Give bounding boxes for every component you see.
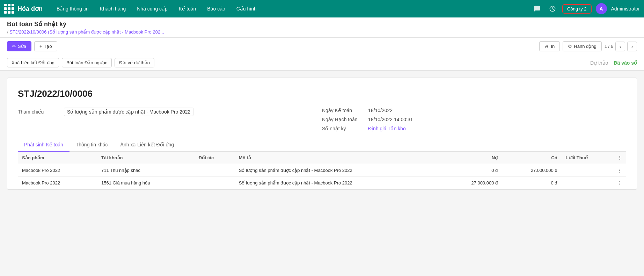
next-page-button[interactable]: › bbox=[627, 42, 637, 51]
ngay-hach-toan-label: Ngày Hạch toán bbox=[322, 117, 364, 122]
gear-icon: ⚙ bbox=[568, 44, 572, 49]
field-group-left: Tham chiếu Số lượng sản phẩm được cập nh… bbox=[18, 108, 322, 131]
col-mo-ta: Mô tả bbox=[235, 152, 442, 164]
status-draft: Dự thảo bbox=[590, 60, 608, 66]
cell-co: 27.000.000 đ bbox=[502, 164, 561, 177]
print-button[interactable]: 🖨 In bbox=[539, 41, 560, 51]
breadcrumb-sub[interactable]: STJ/2022/10/0006 (Số lượng sản phẩm được… bbox=[7, 29, 637, 37]
tabs-bar: Phát sinh Kế toán Thông tin khác Ánh xạ … bbox=[18, 138, 626, 152]
cell-luoi-thue bbox=[562, 164, 613, 177]
top-menu: Bảng thông tin Khách hàng Nhà cung cấp K… bbox=[51, 0, 532, 17]
cell-mo-ta: Số lượng sản phẩm được cập nhật - Macboo… bbox=[235, 177, 442, 189]
tab-phat-sinh[interactable]: Phát sinh Kế toán bbox=[18, 138, 69, 152]
col-doi-tac: Đối tác bbox=[195, 152, 235, 164]
cell-doi-tac bbox=[195, 177, 235, 189]
breadcrumb-bar: Bút toán Sổ nhật ký STJ/2022/10/0006 (Số… bbox=[0, 17, 644, 38]
ngay-hach-toan-value: 18/10/2022 14:00:31 bbox=[368, 117, 413, 122]
top-navigation: Hóa đơn Bảng thông tin Khách hàng Nhà cu… bbox=[0, 0, 644, 17]
cell-luoi-thue bbox=[562, 177, 613, 189]
tham-chieu-value[interactable]: Số lượng sản phẩm được cập nhật - Macboo… bbox=[64, 108, 193, 116]
topnav-right-area: Công ty 2 A Administrator bbox=[532, 3, 640, 14]
field-ngay-ke-toan: Ngày Kế toán 18/10/2022 bbox=[322, 108, 626, 113]
so-nhat-ky-label: Sổ nhật ký bbox=[322, 126, 364, 131]
reset-draft-button[interactable]: Đặt về dự thảo bbox=[115, 58, 154, 67]
ngay-ke-toan-value: 18/10/2022 bbox=[368, 108, 393, 113]
cell-san-pham: Macbook Pro 2022 bbox=[18, 177, 97, 189]
menu-ke-toan[interactable]: Kế toán bbox=[173, 0, 202, 17]
cell-no: 0 đ bbox=[442, 164, 502, 177]
col-no: Nợ bbox=[442, 152, 502, 164]
tab-thong-tin-khac[interactable]: Thông tin khác bbox=[69, 138, 114, 152]
record-card: STJ/2022/10/0006 Tham chiếu Số lượng sản… bbox=[7, 78, 637, 190]
plus-icon: + bbox=[39, 44, 42, 49]
col-more: ⋮ bbox=[613, 152, 626, 164]
status-area: Dự thảo Đã vào sổ bbox=[590, 60, 637, 66]
pencil-icon: ✏ bbox=[12, 44, 16, 49]
so-nhat-ky-value[interactable]: Định giá Tồn kho bbox=[368, 126, 406, 131]
pagination: 1 / 6 ‹ › bbox=[605, 42, 637, 51]
field-group-right: Ngày Kế toán 18/10/2022 Ngày Hạch toán 1… bbox=[322, 108, 626, 131]
app-title: Hóa đơn bbox=[17, 5, 43, 13]
toolbar: ✏ Sửa + Tạo 🖨 In ⚙ Hành động 1 / 6 ‹ › bbox=[0, 38, 644, 55]
menu-bao-cao[interactable]: Báo cáo bbox=[202, 0, 230, 17]
col-co: Có bbox=[502, 152, 561, 164]
menu-bang-thong-tin[interactable]: Bảng thông tin bbox=[51, 0, 94, 17]
table-row[interactable]: Macbook Pro 2022 711 Thu nhập khác Số lư… bbox=[18, 164, 626, 177]
field-so-nhat-ky: Sổ nhật ký Định giá Tồn kho bbox=[322, 126, 626, 131]
cell-doi-tac bbox=[195, 164, 235, 177]
status-posted: Đã vào sổ bbox=[614, 60, 637, 66]
cell-mo-ta: Số lượng sản phẩm được cập nhật - Macboo… bbox=[235, 164, 442, 177]
record-id: STJ/2022/10/0006 bbox=[18, 88, 626, 99]
action-button[interactable]: ⚙ Hành động bbox=[563, 41, 601, 51]
page-title: Bút toán Sổ nhật ký bbox=[7, 20, 637, 29]
chat-icon[interactable] bbox=[532, 3, 543, 14]
col-san-pham: Sản phẩm bbox=[18, 152, 97, 164]
remove-link-button[interactable]: Xoá Liên kết Đối ứng bbox=[7, 58, 59, 67]
create-button[interactable]: + Tạo bbox=[34, 41, 57, 51]
cell-tai-khoan: 711 Thu nhập khác bbox=[97, 164, 195, 177]
journal-entries-table: Sản phẩm Tài khoản Đối tác Mô tả Nợ Có L… bbox=[18, 152, 626, 189]
col-tai-khoan: Tài khoản bbox=[97, 152, 195, 164]
menu-nha-cung-cap[interactable]: Nhà cung cấp bbox=[131, 0, 173, 17]
user-name[interactable]: Administrator bbox=[611, 6, 640, 12]
ngay-ke-toan-label: Ngày Kế toán bbox=[322, 108, 364, 113]
reverse-entry-button[interactable]: Bút toán Đảo ngược bbox=[62, 58, 112, 67]
action-bar: Xoá Liên kết Đối ứng Bút toán Đảo ngược … bbox=[0, 55, 644, 71]
record-fields: Tham chiếu Số lượng sản phẩm được cập nh… bbox=[18, 108, 626, 131]
prev-page-button[interactable]: ‹ bbox=[615, 42, 625, 51]
print-icon: 🖨 bbox=[544, 44, 549, 49]
row-more-icon[interactable]: ⋮ bbox=[613, 164, 626, 177]
app-grid-icon[interactable] bbox=[4, 4, 14, 14]
tham-chieu-label: Tham chiếu bbox=[18, 109, 60, 115]
user-avatar[interactable]: A bbox=[596, 3, 607, 14]
tab-anh-xa[interactable]: Ánh xạ Liên kết Đối ứng bbox=[114, 138, 181, 152]
field-tham-chieu: Tham chiếu Số lượng sản phẩm được cập nh… bbox=[18, 108, 322, 116]
cell-san-pham: Macbook Pro 2022 bbox=[18, 164, 97, 177]
field-ngay-hach-toan: Ngày Hạch toán 18/10/2022 14:00:31 bbox=[322, 117, 626, 122]
table-row[interactable]: Macbook Pro 2022 1561 Giá mua hàng hóa S… bbox=[18, 177, 626, 189]
cell-co: 0 đ bbox=[502, 177, 561, 189]
menu-khach-hang[interactable]: Khách hàng bbox=[94, 0, 132, 17]
company-button[interactable]: Công ty 2 bbox=[562, 4, 592, 14]
cell-no: 27.000.000 đ bbox=[442, 177, 502, 189]
row-more-icon[interactable]: ⋮ bbox=[613, 177, 626, 189]
clock-icon[interactable] bbox=[547, 3, 558, 14]
edit-button[interactable]: ✏ Sửa bbox=[7, 41, 31, 51]
col-luoi-thue: Lưới Thuế bbox=[562, 152, 613, 164]
cell-tai-khoan: 1561 Giá mua hàng hóa bbox=[97, 177, 195, 189]
main-content: STJ/2022/10/0006 Tham chiếu Số lượng sản… bbox=[0, 71, 644, 197]
menu-cau-hinh[interactable]: Cấu hình bbox=[231, 0, 262, 17]
